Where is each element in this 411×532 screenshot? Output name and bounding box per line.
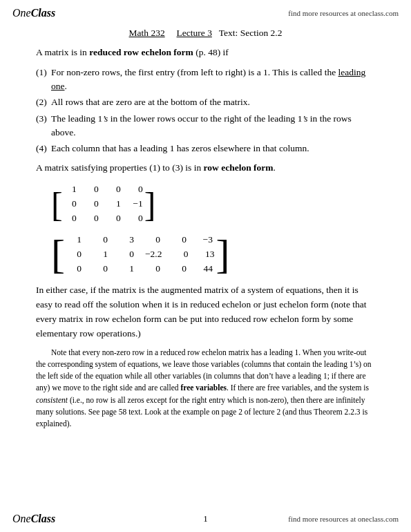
footer-tagline: find more resources at oneclass.com <box>288 515 399 523</box>
intro-paragraph: A matrix is in reduced row echelon form … <box>36 46 375 60</box>
properties-list: (1) For non-zero rows, the first entry (… <box>36 66 375 156</box>
matrix-row: 0 0 1 0 0 44 <box>66 262 213 276</box>
matrix-row: 1 0 3 0 0 −3 <box>66 233 213 247</box>
page-number: 1 <box>203 513 208 524</box>
item-num: (4) <box>36 142 51 155</box>
footer: OneClass 1 find more resources at onecla… <box>0 513 411 525</box>
main-content: A matrix is in reduced row echelon form … <box>0 41 411 442</box>
free-variables-term: free variables <box>180 383 227 392</box>
header-tagline: find more resources at oneclass.com <box>288 9 399 17</box>
logo-top: OneClass <box>12 7 55 19</box>
note-paragraph: Note that every non-zero row in a reduce… <box>36 347 375 430</box>
matrix-row: 1 0 0 0 <box>64 182 143 197</box>
title-bar: Math 232 Lecture 3 Text: Section 2.2 <box>0 22 411 41</box>
matrix-1: [ 1 0 0 0 0 0 1 −1 0 <box>50 182 375 226</box>
matrix-2: [ 1 0 3 0 0 −3 0 1 0 −2.2 <box>50 233 375 276</box>
course-title: Math 232 <box>129 28 165 38</box>
matrix-row: 0 0 0 0 <box>64 211 143 226</box>
bracket-right: ] <box>144 187 156 222</box>
logo-one: One <box>12 7 31 19</box>
list-item: (4) Each column that has a leading 1 has… <box>36 142 375 155</box>
footer-logo-class: Class <box>31 513 56 524</box>
list-item: (1) For non-zero rows, the first entry (… <box>36 66 375 94</box>
lecture-title: Lecture 3 <box>177 28 212 38</box>
item-num: (1) <box>36 66 51 94</box>
list-item: (2) All rows that are zero are at the bo… <box>36 95 375 109</box>
consistent-term: consistent <box>36 396 68 404</box>
leading-one-term: leading one <box>51 67 365 91</box>
bracket-right: ] <box>216 234 229 275</box>
item-text: All rows that are zero are at the bottom… <box>51 95 250 109</box>
list-item: (3) The leading 1’s in the lower rows oc… <box>36 112 375 140</box>
intro-text: A matrix is in <box>36 47 87 57</box>
logo-bottom: OneClass <box>12 513 55 525</box>
matrix-1-section: [ 1 0 0 0 0 0 1 −1 0 <box>36 182 375 226</box>
matrix-2-content: 1 0 3 0 0 −3 0 1 0 −2.2 0 13 <box>66 233 215 276</box>
header: OneClass find more resources at oneclass… <box>0 0 411 22</box>
row-echelon-intro: A matrix satisfying properties (1) to (3… <box>36 161 375 175</box>
item-num: (3) <box>36 112 51 140</box>
matrix-2-section: [ 1 0 3 0 0 −3 0 1 0 −2.2 <box>36 233 375 276</box>
item-text: The leading 1’s in the lower rows occur … <box>51 112 375 140</box>
bracket-left: [ <box>51 234 65 275</box>
item-text: For non-zero rows, the first entry (from… <box>51 66 375 94</box>
logo-class: Class <box>31 7 56 19</box>
intro-bold-term: reduced row echelon form <box>89 47 193 57</box>
footer-logo-one: One <box>12 513 31 524</box>
bracket-left: [ <box>51 187 63 222</box>
page: OneClass find more resources at oneclass… <box>0 0 411 532</box>
item-text: Each column that has a leading 1 has zer… <box>51 142 309 155</box>
section-title: Text: Section 2.2 <box>219 28 283 38</box>
augmented-paragraph: In either case, if the matrix is the aug… <box>36 283 375 341</box>
matrix-row: 0 0 1 −1 <box>64 197 143 211</box>
matrix-row: 0 1 0 −2.2 0 13 <box>66 247 215 262</box>
item-num: (2) <box>36 95 51 109</box>
matrix-1-content: 1 0 0 0 0 0 1 −1 0 0 0 0 <box>64 182 143 226</box>
